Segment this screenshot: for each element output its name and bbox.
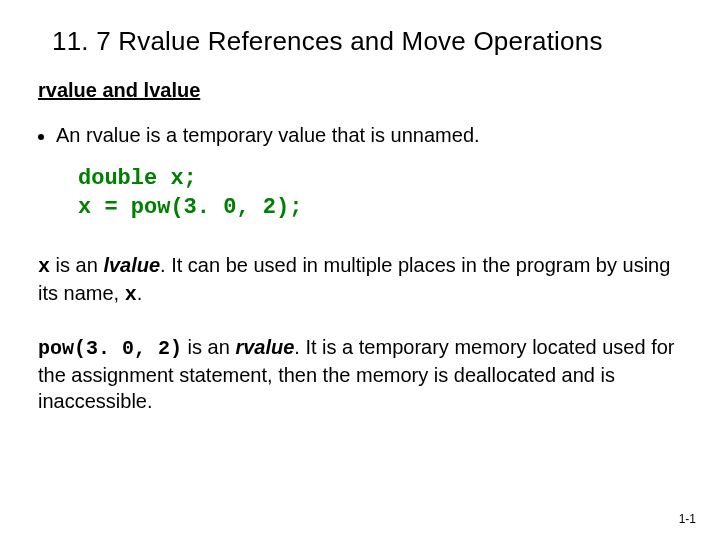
term-rvalue: rvalue [235,336,294,358]
paragraph-rvalue: pow(3. 0, 2) is an rvalue. It is a tempo… [38,334,682,414]
page-number: 1-1 [679,512,696,526]
term-lvalue: lvalue [103,254,160,276]
bullet-text: An rvalue is a temporary value that is u… [56,124,480,147]
bullet-item: An rvalue is a temporary value that is u… [38,124,682,147]
p1-c: . [137,282,143,304]
paragraph-lvalue: x is an lvalue. It can be used in multip… [38,252,682,308]
slide: 11. 7 Rvalue References and Move Operati… [0,0,720,540]
expr-pow: pow(3. 0, 2) [38,337,182,360]
bullet-dot-icon [38,134,44,140]
bullet-post: is a temporary value that is unnamed. [141,124,480,146]
p1-a: is an [50,254,103,276]
bullet-term: rvalue [86,124,140,146]
code-line-1: double x; [78,166,197,191]
code-line-2: x = pow(3. 0, 2); [78,195,302,220]
var-x: x [38,255,50,278]
var-x2: x [125,283,137,306]
bullet-pre: An [56,124,86,146]
p2-a: is an [182,336,235,358]
subheading: rvalue and lvalue [38,79,682,102]
code-block: double x; x = pow(3. 0, 2); [78,165,682,222]
section-title: 11. 7 Rvalue References and Move Operati… [52,26,682,57]
